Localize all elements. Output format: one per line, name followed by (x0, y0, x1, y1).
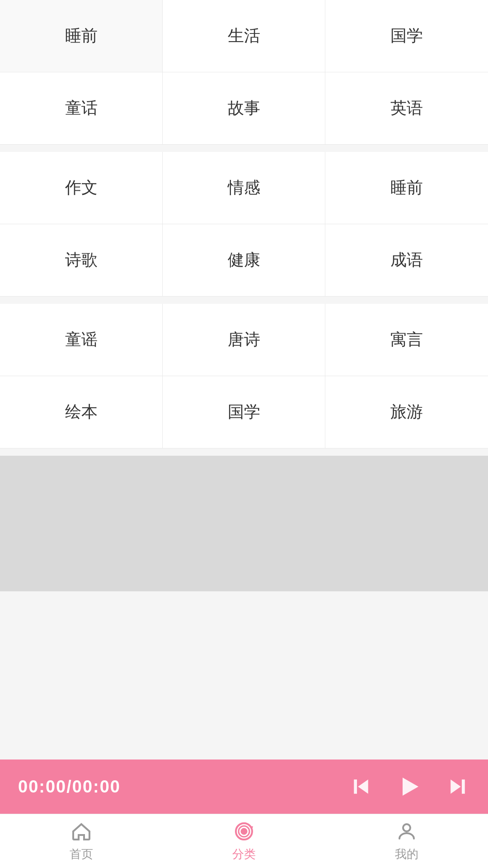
gray-placeholder (0, 456, 488, 591)
category-item-guoxue[interactable]: 国学 (325, 0, 488, 72)
category-item-fairy-tale[interactable]: 童话 (0, 72, 163, 145)
category-item-idiom[interactable]: 成语 (325, 224, 488, 297)
category-grid-3: 童谣 唐诗 寓言 绘本 国学 旅游 (0, 304, 488, 448)
nav-label-home: 首页 (70, 846, 93, 862)
svg-line-9 (252, 826, 253, 828)
category-item-guoxue2[interactable]: 国学 (163, 376, 325, 448)
svg-point-10 (403, 824, 410, 831)
category-item-travel[interactable]: 旅游 (325, 376, 488, 448)
category-item-essay[interactable]: 作文 (0, 152, 163, 224)
svg-marker-0 (358, 779, 368, 794)
nav-label-category: 分类 (232, 846, 256, 862)
nav-item-mine[interactable]: 我的 (325, 814, 488, 868)
play-button[interactable] (396, 773, 423, 800)
svg-rect-4 (462, 779, 465, 794)
category-item-picture-book[interactable]: 绘本 (0, 376, 163, 448)
category-item-story[interactable]: 故事 (163, 72, 325, 145)
home-icon (70, 820, 93, 843)
disc-icon (233, 820, 255, 843)
category-grid-1: 睡前 生活 国学 童话 故事 英语 (0, 0, 488, 145)
svg-point-7 (242, 829, 246, 834)
nav-label-mine: 我的 (395, 846, 418, 862)
category-grid-2: 作文 情感 睡前 诗歌 健康 成语 (0, 152, 488, 297)
category-item-life[interactable]: 生活 (163, 0, 325, 72)
category-item-sleep2[interactable]: 睡前 (325, 152, 488, 224)
category-item-nursery[interactable]: 童谣 (0, 304, 163, 376)
svg-marker-3 (450, 779, 461, 794)
category-item-emotion[interactable]: 情感 (163, 152, 325, 224)
svg-rect-1 (354, 779, 357, 794)
player-bar: 00:00/00:00 (0, 760, 488, 814)
bottom-nav: 首页 分类 我的 (0, 814, 488, 868)
player-controls (349, 773, 470, 800)
category-item-health[interactable]: 健康 (163, 224, 325, 297)
user-icon (395, 820, 418, 843)
category-item-sleep[interactable]: 睡前 (0, 0, 163, 72)
nav-item-home[interactable]: 首页 (0, 814, 163, 868)
category-section-1: 睡前 生活 国学 童话 故事 英语 (0, 0, 488, 145)
player-time: 00:00/00:00 (18, 777, 349, 797)
content-area: 睡前 生活 国学 童话 故事 英语 作文 情感 (0, 0, 488, 760)
category-item-english[interactable]: 英语 (325, 72, 488, 145)
category-item-poetry[interactable]: 诗歌 (0, 224, 163, 297)
category-section-2: 作文 情感 睡前 诗歌 健康 成语 (0, 152, 488, 297)
category-item-tang-poem[interactable]: 唐诗 (163, 304, 325, 376)
svg-marker-2 (403, 778, 418, 796)
nav-item-category[interactable]: 分类 (163, 814, 325, 868)
category-section-3: 童谣 唐诗 寓言 绘本 国学 旅游 (0, 304, 488, 448)
category-item-fable[interactable]: 寓言 (325, 304, 488, 376)
prev-button[interactable] (349, 774, 373, 799)
next-button[interactable] (446, 774, 470, 799)
